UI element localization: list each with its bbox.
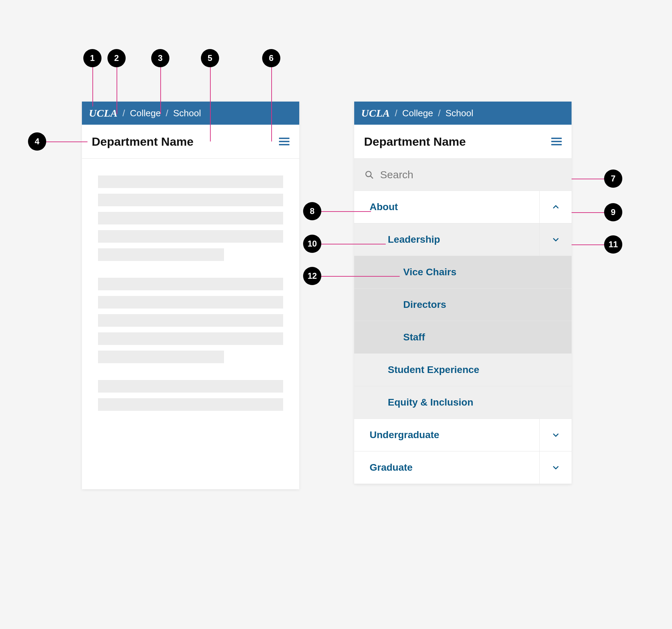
- breadcrumb-college[interactable]: College: [402, 108, 433, 119]
- annotation-dot: 2: [107, 49, 126, 67]
- ucla-logo[interactable]: UCLA: [89, 107, 118, 119]
- hamburger-menu-icon[interactable]: [279, 138, 289, 145]
- annotation-leader: [319, 211, 371, 212]
- chevron-up-icon: [552, 203, 560, 211]
- annotation-dot: 10: [303, 235, 321, 253]
- nav-link-graduate[interactable]: Graduate: [354, 451, 539, 484]
- nav-toggle-graduate[interactable]: [539, 451, 572, 484]
- search-icon: [365, 170, 374, 179]
- top-breadcrumb-bar: UCLA / College / School: [354, 102, 572, 125]
- annotation-number: 6: [269, 53, 273, 63]
- search-placeholder: Search: [380, 169, 413, 181]
- annotation-number: 4: [35, 137, 39, 146]
- breadcrumb-college[interactable]: College: [130, 108, 161, 119]
- annotation-number: 10: [308, 239, 317, 249]
- nav-item-equity-inclusion: Equity & Inclusion: [354, 386, 572, 419]
- annotation-dot: 7: [604, 170, 622, 188]
- nav-item-directors: Directors: [354, 288, 572, 321]
- nav-item-undergraduate: Undergraduate: [354, 419, 572, 451]
- annotation-dot: 4: [28, 132, 46, 151]
- svg-line-1: [370, 176, 373, 178]
- annotation-leader: [572, 179, 607, 179]
- ucla-logo[interactable]: UCLA: [361, 107, 390, 119]
- annotation-number: 8: [310, 206, 314, 216]
- mobile-frame-open-nav: UCLA / College / School Department Name …: [354, 102, 572, 484]
- annotation-dot: 3: [151, 49, 169, 67]
- chevron-down-icon: [552, 464, 560, 471]
- mobile-frame-closed-nav: UCLA / College / School Department Name: [82, 102, 299, 489]
- annotation-number: 3: [158, 53, 162, 63]
- breadcrumb-school[interactable]: School: [446, 108, 474, 119]
- breadcrumb-school[interactable]: School: [173, 108, 201, 119]
- annotation-dot: 5: [201, 49, 219, 67]
- annotation-leader: [44, 141, 88, 142]
- nav-item-student-experience: Student Experience: [354, 353, 572, 386]
- annotation-dot: 8: [303, 202, 321, 220]
- annotation-dot: 6: [262, 49, 280, 67]
- annotation-leader: [572, 244, 607, 245]
- annotation-leader: [572, 212, 607, 213]
- department-bar: Department Name: [82, 125, 299, 158]
- annotation-dot: 12: [303, 267, 321, 285]
- breadcrumb-separator: /: [166, 108, 168, 119]
- nav-link-student-experience[interactable]: Student Experience: [354, 354, 572, 386]
- nav-item-vice-chairs: Vice Chairs: [354, 256, 572, 288]
- diagram-stage: 1 2 3 5 6 4 7 8 9 10 11 12 UCLA / Colleg…: [0, 0, 672, 629]
- page-content-placeholder: [82, 159, 299, 430]
- top-breadcrumb-bar: UCLA / College / School: [82, 102, 299, 125]
- nav-item-about: About: [354, 191, 572, 223]
- nav-link-about[interactable]: About: [354, 191, 539, 223]
- nav-toggle-undergraduate[interactable]: [539, 419, 572, 451]
- nav-link-leadership[interactable]: Leadership: [354, 223, 539, 256]
- breadcrumb-separator: /: [395, 108, 397, 119]
- annotation-leader: [92, 65, 93, 106]
- nav-item-leadership: Leadership: [354, 223, 572, 256]
- nav-item-graduate: Graduate: [354, 451, 572, 484]
- annotation-dot: 9: [604, 203, 622, 221]
- department-name-title: Department Name: [92, 135, 194, 148]
- chevron-down-icon: [552, 236, 560, 243]
- annotation-number: 11: [609, 240, 618, 249]
- annotation-leader: [319, 276, 400, 277]
- annotation-number: 7: [611, 174, 615, 184]
- annotation-leader: [210, 65, 211, 141]
- annotation-leader: [160, 65, 161, 114]
- annotation-leader: [271, 65, 272, 141]
- annotation-number: 12: [308, 271, 317, 281]
- annotation-number: 5: [208, 53, 212, 63]
- annotation-number: 2: [114, 53, 119, 63]
- annotation-dot: 11: [604, 235, 622, 254]
- annotation-number: 1: [90, 53, 94, 63]
- annotation-dot: 1: [83, 49, 102, 67]
- nav-link-vice-chairs[interactable]: Vice Chairs: [354, 256, 572, 288]
- nav-link-staff[interactable]: Staff: [354, 321, 572, 353]
- department-bar: Department Name: [354, 125, 572, 158]
- search-bar[interactable]: Search: [354, 158, 572, 191]
- nav-link-equity-inclusion[interactable]: Equity & Inclusion: [354, 386, 572, 419]
- annotation-number: 9: [611, 207, 615, 217]
- nav-link-undergraduate[interactable]: Undergraduate: [354, 419, 539, 451]
- chevron-down-icon: [552, 431, 560, 439]
- department-name-title: Department Name: [364, 135, 466, 148]
- annotation-leader: [117, 65, 117, 114]
- annotation-leader: [319, 244, 386, 244]
- breadcrumb-separator: /: [438, 108, 440, 119]
- nav-toggle-about[interactable]: [539, 191, 572, 223]
- hamburger-menu-icon[interactable]: [551, 138, 562, 145]
- nav-link-directors[interactable]: Directors: [354, 289, 572, 321]
- breadcrumb-separator: /: [122, 108, 125, 119]
- nav-item-staff: Staff: [354, 321, 572, 353]
- nav-toggle-leadership[interactable]: [539, 223, 572, 256]
